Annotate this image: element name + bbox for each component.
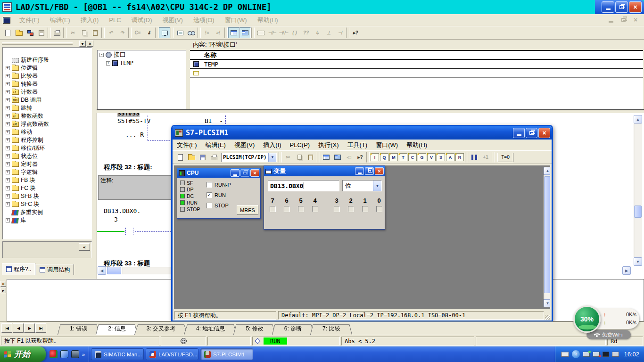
bit-checkbox[interactable] <box>362 206 368 212</box>
expand-plus-icon[interactable] <box>6 146 10 150</box>
palette-tab[interactable]: 调用结构 <box>35 264 74 275</box>
checkbox-icon[interactable] <box>206 203 212 208</box>
taskbar-task[interactable]: SIMATIC Man... <box>91 348 144 360</box>
expand-plus-icon[interactable] <box>6 154 10 158</box>
palette-item[interactable]: 移动 <box>3 128 91 136</box>
paste-icon[interactable] <box>305 152 316 163</box>
separator[interactable] <box>48 27 51 38</box>
close-branch-icon[interactable]: ⊥ <box>323 27 334 38</box>
taskbar-task[interactable]: S7-PLCSIM1 <box>200 348 253 360</box>
optimization-ball[interactable]: 30% <box>573 305 601 333</box>
checkbox-icon[interactable] <box>206 182 212 188</box>
expand-plus-icon[interactable] <box>6 98 10 102</box>
plcsim-menu-item[interactable]: 插入(I) <box>259 140 285 151</box>
interface-combobox[interactable]: PLCSIM(TCP/IP) ▼ <box>221 153 277 162</box>
tree-item-interface[interactable]: 接口 <box>98 50 186 59</box>
menu-item[interactable]: 选项(O) <box>188 14 220 26</box>
first-tab-button[interactable]: |◀ <box>1 323 12 333</box>
view-detail-icon[interactable] <box>239 27 251 38</box>
palette-item[interactable]: 移位/循环 <box>3 144 91 152</box>
palette-item[interactable]: 程序控制 <box>3 136 91 144</box>
single-step-icon[interactable]: +1 <box>480 152 491 163</box>
wireless-network-icon[interactable] <box>583 352 590 357</box>
palette-item[interactable]: 字逻辑 <box>3 168 91 176</box>
plcsim-maximize-icon[interactable] <box>526 128 537 138</box>
plcsim-menu-item[interactable]: PLC(P) <box>286 140 314 150</box>
variable-address-input[interactable]: DB13.DBX0 <box>268 180 339 191</box>
mdi-restore-icon[interactable] <box>619 16 628 24</box>
insert-stacks-icon[interactable]: S <box>437 153 445 161</box>
new-network-icon[interactable] <box>255 27 266 38</box>
network-32-title[interactable]: 程序段 32 : 标题: <box>104 163 152 172</box>
palette-item[interactable]: DB DB 调用 <box>3 96 91 104</box>
expand-plus-icon[interactable] <box>6 178 10 182</box>
insert-memory-icon[interactable]: M <box>389 153 398 161</box>
menu-item[interactable]: 编辑(E) <box>45 14 75 26</box>
separator[interactable] <box>155 27 158 38</box>
separator[interactable] <box>63 27 66 38</box>
cut-icon[interactable]: ✂ <box>67 27 78 38</box>
contact-no-icon[interactable]: ⊣⊢ <box>266 27 278 38</box>
expand-plus-icon[interactable] <box>6 130 10 134</box>
previous-error-icon[interactable]: !« <box>201 27 213 38</box>
mode-checkbox[interactable]: STOP <box>206 202 231 209</box>
menu-item[interactable]: 窗口(W) <box>220 14 252 26</box>
quick-launch-more-icon[interactable]: » <box>82 352 85 357</box>
palette-item[interactable]: 位逻辑 <box>3 64 91 72</box>
variable-titlebar[interactable]: 变量 × <box>264 166 385 176</box>
cpu-minimize-icon[interactable] <box>231 169 239 177</box>
insert-input-icon[interactable]: I <box>371 153 379 161</box>
insert-timer-icon[interactable]: T <box>399 153 407 161</box>
next-tab-button[interactable]: ▶ <box>24 323 35 333</box>
next-error-icon[interactable]: »! <box>213 27 224 38</box>
start-button[interactable]: 开始 <box>0 346 46 362</box>
separator[interactable] <box>128 27 132 38</box>
last-tab-button[interactable]: ▶| <box>35 323 46 333</box>
panel-close-icon[interactable]: × <box>87 41 93 47</box>
expand-plus-icon[interactable] <box>6 90 10 94</box>
pane-splitter[interactable] <box>97 109 644 113</box>
separator[interactable] <box>101 27 105 38</box>
save-icon[interactable] <box>36 27 47 38</box>
variable-type-dropdown[interactable]: 位 ▼ <box>342 180 382 191</box>
variable-maximize-icon[interactable] <box>365 167 374 175</box>
save-icon[interactable] <box>197 152 208 163</box>
expand-plus-icon[interactable] <box>106 61 110 66</box>
expand-plus-icon[interactable] <box>6 82 10 86</box>
menu-item[interactable]: 帮助(H) <box>252 14 283 26</box>
expand-plus-icon[interactable] <box>6 122 10 126</box>
variable-close-icon[interactable]: × <box>375 167 384 175</box>
plcsim-menu-item[interactable]: 视图(V) <box>230 140 259 151</box>
monitor-icon[interactable] <box>612 352 619 357</box>
palette-item[interactable]: 多重实例 <box>3 208 91 216</box>
palette-item[interactable]: FC 块 <box>3 184 91 192</box>
close-icon[interactable]: × <box>629 1 642 13</box>
view-overview-icon[interactable] <box>228 27 239 38</box>
network-disconnected-icon[interactable] <box>593 352 600 357</box>
contact-address[interactable]: DB13.DBX0. <box>104 207 140 214</box>
bit-checkbox[interactable] <box>312 206 318 212</box>
plcsim-close-icon[interactable]: × <box>538 128 550 138</box>
launcher-icon-2[interactable] <box>60 350 68 358</box>
plcsim-menu-item[interactable]: 执行(X) <box>314 140 343 151</box>
taskbar-task[interactable]: LAD/STL/FBD... <box>146 348 198 360</box>
retract-icon[interactable]: « <box>79 243 90 251</box>
mode-checkbox[interactable]: RUN-P <box>206 181 231 188</box>
chevron-down-icon[interactable]: ▼ <box>268 153 276 162</box>
collapse-tray-icon[interactable]: ‹ <box>572 350 580 358</box>
tray-clock[interactable]: 16:02 <box>624 351 639 358</box>
menu-item[interactable]: 文件(F) <box>14 14 45 26</box>
expand-plus-icon[interactable] <box>6 162 10 166</box>
expand-plus-icon[interactable] <box>6 194 10 198</box>
redo-icon[interactable]: ↷ <box>116 27 128 38</box>
help-pointer-icon[interactable]: ▸? <box>350 27 361 38</box>
palette-item[interactable]: 转换器 <box>3 80 91 88</box>
separator[interactable] <box>198 27 201 38</box>
plcsim-menu-item[interactable]: 文件(F) <box>173 140 201 151</box>
bit-checkbox[interactable] <box>376 206 382 212</box>
prev-tab-button[interactable]: ◀ <box>13 323 24 333</box>
palette-item[interactable]: 新建程序段 <box>3 56 91 64</box>
help-pointer-icon[interactable]: ▸? <box>355 152 366 163</box>
insert-vertical-bits-icon[interactable]: V <box>427 153 436 161</box>
workspace-vscrollbar[interactable]: ▲ ▼ <box>544 167 550 307</box>
